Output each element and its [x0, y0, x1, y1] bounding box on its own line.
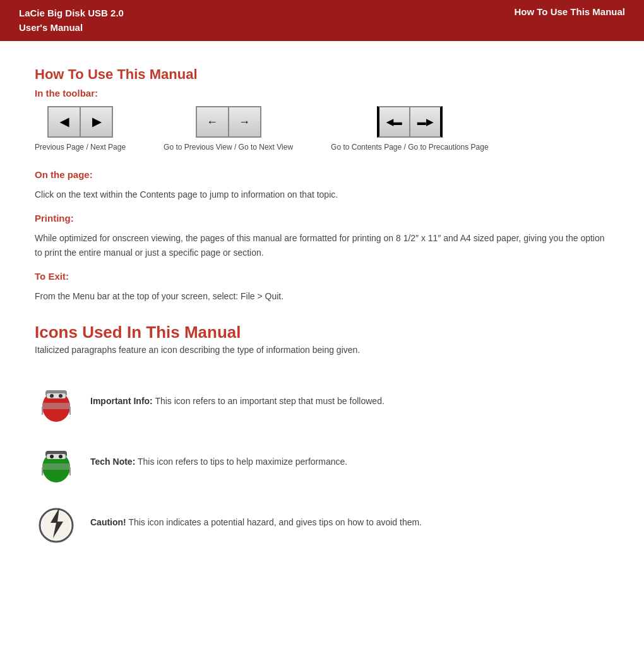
- main-content: How To Use This Manual In the toolbar: ◀…: [0, 41, 644, 587]
- btn-pair-1: ◀ ▶: [47, 106, 113, 138]
- next-page-btn[interactable]: ▶: [80, 106, 113, 138]
- to-exit-subtitle: To Exit:: [35, 271, 609, 282]
- icon-row-caution: Caution! This icon indicates a potential…: [35, 501, 609, 544]
- prev-view-btn[interactable]: ←: [196, 106, 229, 138]
- on-the-page-section: On the page: Click on the text within th…: [35, 169, 609, 201]
- header-manual-name: User's Manual: [19, 22, 83, 33]
- contents-btn[interactable]: ◀▬: [377, 106, 410, 138]
- on-the-page-text: Click on the text within the Contents pa…: [35, 188, 609, 201]
- printing-text: While optimized for onscreen viewing, th…: [35, 231, 609, 260]
- icons-section-intro: Italicized paragraphs feature an icon de…: [35, 345, 609, 355]
- toolbar-group-prev-next-page: ◀ ▶ Previous Page / Next Page: [35, 106, 126, 152]
- to-exit-section: To Exit: From the Menu bar at the top of…: [35, 271, 609, 303]
- btn-pair-3: ◀▬ ▬▶: [377, 106, 443, 138]
- important-info-icon: [35, 380, 78, 423]
- svg-point-12: [50, 455, 54, 458]
- important-info-label: Important Info:: [90, 396, 153, 406]
- toolbar-group-prev-next-view: ← → Go to Previous View / Go to Next Vie…: [164, 106, 293, 152]
- toolbar-section: In the toolbar: ◀ ▶ Previous Page / Next…: [35, 88, 609, 152]
- on-the-page-subtitle: On the page:: [35, 169, 609, 180]
- toolbar-buttons: ◀ ▶ Previous Page / Next Page ← → Go to …: [35, 106, 609, 152]
- btn-pair-2: ← →: [196, 106, 261, 138]
- important-info-desc: This icon refers to an important step th…: [155, 396, 384, 406]
- header-right: How To Use This Manual: [514, 6, 625, 17]
- important-info-text: Important Info: This icon refers to an i…: [90, 395, 385, 408]
- icon-row-tech: Tech Note: This icon refers to tips to h…: [35, 441, 609, 484]
- icon-row-important: Important Info: This icon refers to an i…: [35, 380, 609, 423]
- printing-section: Printing: While optimized for onscreen v…: [35, 213, 609, 260]
- btn-pair-2-label: Go to Previous View / Go to Next View: [164, 143, 293, 152]
- svg-rect-10: [42, 463, 70, 470]
- page-header: LaCie Big Disk USB 2.0 User's Manual How…: [0, 0, 644, 41]
- caution-label: Caution!: [90, 517, 126, 527]
- tech-note-icon: [35, 441, 78, 484]
- svg-point-5: [59, 394, 63, 398]
- svg-rect-2: [42, 403, 70, 409]
- header-left: LaCie Big Disk USB 2.0 User's Manual: [19, 6, 124, 35]
- caution-icon: [35, 501, 78, 544]
- btn-pair-1-label: Previous Page / Next Page: [35, 143, 126, 152]
- btn-pair-3-label: Go to Contents Page / Go to Precautions …: [331, 143, 489, 152]
- tech-note-label: Tech Note:: [90, 457, 135, 467]
- toolbar-subtitle: In the toolbar:: [35, 88, 609, 99]
- tech-note-text: Tech Note: This icon refers to tips to h…: [90, 455, 347, 469]
- header-product-name: LaCie Big Disk USB 2.0: [19, 8, 124, 18]
- icons-section: Icons Used In This Manual Italicized par…: [35, 323, 609, 544]
- printing-subtitle: Printing:: [35, 213, 609, 224]
- svg-rect-11: [47, 454, 66, 459]
- to-exit-text: From the Menu bar at the top of your scr…: [35, 289, 609, 303]
- caution-desc: This icon indicates a potential hazard, …: [128, 517, 422, 527]
- svg-point-13: [59, 455, 63, 458]
- precautions-btn[interactable]: ▬▶: [410, 106, 443, 138]
- svg-rect-3: [47, 393, 66, 398]
- main-section-title: How To Use This Manual: [35, 66, 609, 83]
- caution-text: Caution! This icon indicates a potential…: [90, 516, 422, 529]
- icons-section-title: Icons Used In This Manual: [35, 323, 609, 342]
- prev-page-btn[interactable]: ◀: [47, 106, 80, 138]
- next-view-btn[interactable]: →: [229, 106, 261, 138]
- toolbar-group-contents-precautions: ◀▬ ▬▶ Go to Contents Page / Go to Precau…: [331, 106, 489, 152]
- svg-point-4: [50, 394, 54, 398]
- tech-note-desc: This icon refers to tips to help maximiz…: [138, 457, 347, 467]
